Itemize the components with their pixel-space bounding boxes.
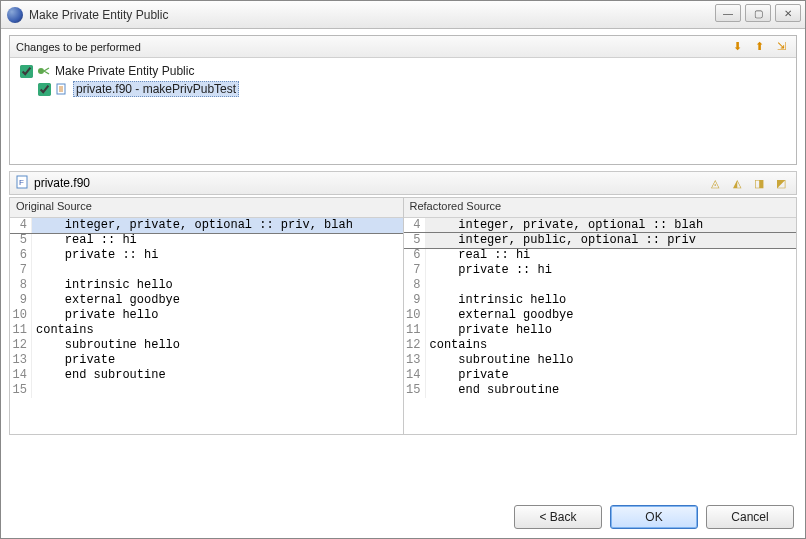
- tree-checkbox[interactable]: [38, 83, 51, 96]
- code-line[interactable]: 8 intrinsic hello: [10, 278, 403, 293]
- code-line[interactable]: 13 private: [10, 353, 403, 368]
- line-number: 14: [10, 368, 32, 383]
- code-line[interactable]: 8: [404, 278, 797, 293]
- code-line[interactable]: 15 end subroutine: [404, 383, 797, 398]
- titlebar: Make Private Entity Public — ▢ ✕: [1, 1, 805, 29]
- refactored-source-pane: Refactored Source 4 integer, private, op…: [403, 198, 797, 434]
- code-text: private hello: [32, 308, 158, 323]
- refactored-source-code[interactable]: 4 integer, private, optional :: blah5 in…: [404, 218, 797, 434]
- code-text: [32, 383, 36, 398]
- code-text: integer, private, optional :: blah: [426, 218, 704, 233]
- code-line[interactable]: 6 real :: hi: [404, 248, 797, 263]
- line-number: 11: [10, 323, 32, 338]
- code-line[interactable]: 9 intrinsic hello: [404, 293, 797, 308]
- minimize-button[interactable]: —: [715, 4, 741, 22]
- code-line[interactable]: 13 subroutine hello: [404, 353, 797, 368]
- compare-copy-icon[interactable]: ◨: [750, 174, 768, 192]
- line-number: 5: [10, 233, 32, 248]
- tree-checkbox[interactable]: [20, 65, 33, 78]
- line-number: 5: [404, 233, 426, 248]
- tree-item-label: Make Private Entity Public: [55, 64, 194, 78]
- eclipse-icon: [7, 7, 23, 23]
- code-line[interactable]: 10 external goodbye: [404, 308, 797, 323]
- back-button[interactable]: < Back: [514, 505, 602, 529]
- line-number: 9: [10, 293, 32, 308]
- line-number: 11: [404, 323, 426, 338]
- svg-text:F: F: [19, 178, 24, 187]
- compare-copy-icon[interactable]: ◩: [772, 174, 790, 192]
- code-text: private: [426, 368, 509, 383]
- ok-button[interactable]: OK: [610, 505, 698, 529]
- code-text: real :: hi: [32, 233, 137, 248]
- code-line[interactable]: 14 private: [404, 368, 797, 383]
- code-text: [426, 278, 430, 293]
- changes-panel: Changes to be performed ⬇ ⬆ ⇲ Make Priva…: [9, 35, 797, 165]
- prev-change-icon[interactable]: ⬆: [750, 38, 768, 56]
- code-text: intrinsic hello: [32, 278, 173, 293]
- tree-item-root[interactable]: Make Private Entity Public: [16, 62, 790, 80]
- diff-viewer: Original Source 4 integer, private, opti…: [9, 197, 797, 435]
- next-change-icon[interactable]: ⬇: [728, 38, 746, 56]
- code-line[interactable]: 12 subroutine hello: [10, 338, 403, 353]
- code-text: private: [32, 353, 115, 368]
- line-number: 10: [10, 308, 32, 323]
- code-text: end subroutine: [32, 368, 166, 383]
- code-text: [32, 263, 36, 278]
- fortran-file-icon: F: [16, 175, 30, 192]
- code-line[interactable]: 7: [10, 263, 403, 278]
- code-line[interactable]: 5 real :: hi: [10, 233, 403, 248]
- code-text: subroutine hello: [32, 338, 180, 353]
- changes-toolbar: ⬇ ⬆ ⇲: [728, 38, 790, 56]
- code-text: subroutine hello: [426, 353, 574, 368]
- code-line[interactable]: 15: [10, 383, 403, 398]
- line-number: 8: [10, 278, 32, 293]
- compare-toolbar: ◬ ◭ ◨ ◩: [706, 174, 790, 192]
- code-line[interactable]: 11 private hello: [404, 323, 797, 338]
- line-number: 9: [404, 293, 426, 308]
- maximize-button[interactable]: ▢: [745, 4, 771, 22]
- changes-header-label: Changes to be performed: [16, 41, 728, 53]
- line-number: 6: [404, 248, 426, 263]
- code-line[interactable]: 4 integer, private, optional :: priv, bl…: [10, 218, 403, 233]
- window-buttons: — ▢ ✕: [715, 4, 801, 22]
- changes-tree[interactable]: Make Private Entity Public private.f90 -…: [10, 58, 796, 164]
- tree-item-file[interactable]: private.f90 - makePrivPubTest: [16, 80, 790, 98]
- code-text: contains: [426, 338, 488, 353]
- tree-item-label: private.f90 - makePrivPubTest: [73, 81, 239, 97]
- code-text: integer, private, optional :: priv, blah: [32, 218, 353, 233]
- code-line[interactable]: 9 external goodbye: [10, 293, 403, 308]
- code-text: intrinsic hello: [426, 293, 567, 308]
- changes-header: Changes to be performed ⬇ ⬆ ⇲: [10, 36, 796, 58]
- code-line[interactable]: 10 private hello: [10, 308, 403, 323]
- compare-nav-icon[interactable]: ◭: [728, 174, 746, 192]
- close-button[interactable]: ✕: [775, 4, 801, 22]
- filename-area: F private.f90: [16, 175, 706, 192]
- original-source-code[interactable]: 4 integer, private, optional :: priv, bl…: [10, 218, 403, 434]
- filename-label: private.f90: [34, 176, 90, 190]
- line-number: 15: [10, 383, 32, 398]
- compare-nav-icon[interactable]: ◬: [706, 174, 724, 192]
- code-line[interactable]: 11contains: [10, 323, 403, 338]
- code-line[interactable]: 7 private :: hi: [404, 263, 797, 278]
- dialog-buttons: < Back OK Cancel: [514, 505, 794, 529]
- cancel-button[interactable]: Cancel: [706, 505, 794, 529]
- line-number: 7: [10, 263, 32, 278]
- original-source-pane: Original Source 4 integer, private, opti…: [10, 198, 403, 434]
- filter-icon[interactable]: ⇲: [772, 38, 790, 56]
- line-number: 12: [10, 338, 32, 353]
- line-number: 7: [404, 263, 426, 278]
- line-number: 12: [404, 338, 426, 353]
- line-number: 14: [404, 368, 426, 383]
- line-number: 6: [10, 248, 32, 263]
- line-number: 8: [404, 278, 426, 293]
- original-source-header: Original Source: [10, 198, 403, 218]
- line-number: 13: [404, 353, 426, 368]
- code-line[interactable]: 6 private :: hi: [10, 248, 403, 263]
- code-line[interactable]: 5 integer, public, optional :: priv: [404, 233, 797, 248]
- code-line[interactable]: 4 integer, private, optional :: blah: [404, 218, 797, 233]
- file-bar: F private.f90 ◬ ◭ ◨ ◩: [9, 171, 797, 195]
- dialog-content: Changes to be performed ⬇ ⬆ ⇲ Make Priva…: [1, 29, 805, 435]
- code-line[interactable]: 12contains: [404, 338, 797, 353]
- code-line[interactable]: 14 end subroutine: [10, 368, 403, 383]
- svg-point-0: [38, 68, 44, 74]
